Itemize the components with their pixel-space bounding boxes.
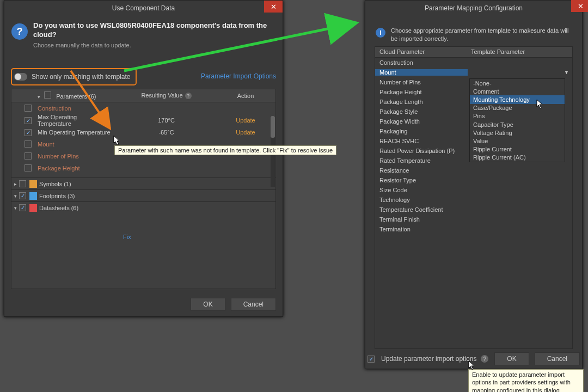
row-checkbox[interactable] xyxy=(24,140,32,148)
parameter-row[interactable]: Construction xyxy=(11,102,275,114)
datasheets-icon xyxy=(29,204,37,212)
parameters-body: Construction Max Operating Temperature 1… xyxy=(11,102,275,174)
collapse-icon[interactable]: ▾ xyxy=(38,94,40,100)
close-button[interactable]: ✕ xyxy=(571,0,588,12)
group-label: Symbols (1) xyxy=(39,181,71,187)
dropdown-item[interactable]: Pins xyxy=(470,112,565,120)
show-matching-toggle[interactable] xyxy=(14,73,27,81)
col-template-parameter[interactable]: Template Parameter xyxy=(468,48,572,55)
cloud-parameter-row[interactable]: Resistor Type xyxy=(375,175,572,185)
cloud-parameter-row[interactable]: Construction xyxy=(375,58,572,68)
update-options-checkbox[interactable] xyxy=(367,356,375,363)
col-resulting-value[interactable]: Resulting Value? xyxy=(112,92,221,99)
cloud-parameter-name: Technology xyxy=(375,197,468,203)
parameter-name: Construction xyxy=(38,105,71,112)
cloud-parameter-row[interactable]: Terminal Finish xyxy=(375,215,572,224)
dropdown-item[interactable]: Mounting Technology xyxy=(470,95,565,103)
group-datasheets[interactable]: ▾ Datasheets (6) xyxy=(11,201,275,213)
dialog-titlebar: Use Component Data ✕ xyxy=(4,1,283,16)
symbols-icon xyxy=(29,180,37,188)
info-icon: i xyxy=(376,28,385,38)
dropdown-item[interactable]: Capacitor Type xyxy=(470,120,565,128)
scrollbar-thumb[interactable] xyxy=(271,116,275,138)
col-parameters[interactable]: ▾ Parameters (6) xyxy=(35,91,112,100)
parameter-value: 170°C xyxy=(112,117,221,124)
cloud-parameter-name: Mount xyxy=(375,69,468,76)
dropdown-item[interactable]: Ripple Current xyxy=(470,145,565,154)
group-checkbox[interactable] xyxy=(44,91,51,99)
group-label: Datasheets (6) xyxy=(39,205,78,211)
info-text: Choose appropriate parameter from templa… xyxy=(391,27,573,43)
cloud-parameter-row[interactable]: Resistance xyxy=(375,166,572,175)
template-parameter-dropdown[interactable]: -None-CommentMounting TechnologyCase/Pac… xyxy=(469,78,565,162)
row-checkbox[interactable] xyxy=(24,105,32,112)
cloud-parameter-name: Packaging xyxy=(375,128,468,134)
cloud-parameter-row[interactable]: Mount xyxy=(375,68,572,77)
use-component-data-dialog: Use Component Data ✕ ? Do you want to us… xyxy=(4,0,283,317)
cancel-button[interactable]: Cancel xyxy=(535,352,580,365)
col-cloud-parameter[interactable]: Cloud Parameter xyxy=(375,48,468,55)
row-checkbox[interactable] xyxy=(24,152,32,160)
update-options-label: Update parameter import options xyxy=(381,355,476,363)
help-icon[interactable]: ? xyxy=(481,355,488,363)
dropdown-item[interactable]: Comment xyxy=(470,87,565,95)
cloud-parameter-name: Number of Pins xyxy=(375,79,468,85)
dropdown-item[interactable]: Value xyxy=(470,137,565,145)
cloud-parameter-name: Package Height xyxy=(375,89,468,95)
group-footprints[interactable]: ▾ Footprints (3) xyxy=(11,189,275,201)
cloud-parameter-name: Termination xyxy=(375,226,468,232)
expand-icon[interactable]: ▸ xyxy=(11,181,19,187)
dropdown-item[interactable]: Ripple Current (AC) xyxy=(470,154,565,162)
show-matching-label: Show only matching with template xyxy=(32,73,130,81)
cloud-parameter-name: Package Length xyxy=(375,99,468,105)
group-checkbox[interactable] xyxy=(19,180,26,187)
dropdown-item[interactable]: -None- xyxy=(470,79,565,87)
update-action[interactable]: Update xyxy=(221,129,270,136)
dialog-subtitle: Choose manually the data to update. xyxy=(33,42,131,48)
dialog-title: Use Component Data xyxy=(112,4,175,12)
col-action[interactable]: Action xyxy=(221,93,270,99)
group-label: Footprints (3) xyxy=(39,193,75,199)
ok-button[interactable]: OK xyxy=(494,352,529,365)
parameter-row[interactable]: Max Operating Temperature 170°C Update xyxy=(11,114,275,126)
help-icon[interactable]: ? xyxy=(185,93,192,99)
cloud-parameter-row[interactable]: Size Code xyxy=(375,185,572,195)
fix-tooltip: Parameter with such name was not found i… xyxy=(114,145,336,155)
parameter-name: Mount xyxy=(38,141,54,148)
parameter-import-options-link[interactable]: Parameter Import Options xyxy=(201,72,276,80)
cloud-parameter-name: Package Width xyxy=(375,118,468,125)
cloud-parameter-row[interactable]: Termination xyxy=(375,224,572,234)
update-options-tooltip: Enable to update parameter import option… xyxy=(468,369,584,392)
show-matching-toggle-wrap: Show only matching with template xyxy=(11,68,137,85)
group-checkbox[interactable] xyxy=(19,192,26,199)
row-checkbox[interactable] xyxy=(24,117,32,124)
cloud-parameter-row[interactable]: Technology xyxy=(375,195,572,205)
collapse-icon[interactable]: ▾ xyxy=(11,205,19,211)
dropdown-item[interactable]: Voltage Rating xyxy=(470,128,565,137)
group-symbols[interactable]: ▸ Symbols (1) xyxy=(11,177,275,189)
question-icon: ? xyxy=(11,23,28,40)
cloud-parameter-name: Resistance xyxy=(375,167,468,174)
col-parameters-label: Parameters (6) xyxy=(56,93,96,100)
cloud-parameter-name: Resistor Type xyxy=(375,177,468,183)
close-button[interactable]: ✕ xyxy=(264,1,283,13)
ok-button[interactable]: OK xyxy=(191,298,225,311)
footprints-icon xyxy=(29,192,37,200)
fix-link[interactable]: Fix xyxy=(123,234,131,240)
collapse-icon[interactable]: ▾ xyxy=(11,193,19,199)
row-checkbox[interactable] xyxy=(24,164,32,171)
parameter-name: Min Operating Temperature xyxy=(38,129,111,136)
cloud-parameter-row[interactable]: Temperature Coefficient xyxy=(375,205,572,215)
parameter-row[interactable]: Min Operating Temperature -65°C Update xyxy=(11,126,275,138)
group-checkbox[interactable] xyxy=(19,204,26,211)
cloud-parameter-name: Terminal Finish xyxy=(375,216,468,223)
cloud-parameter-name: Rated Power Dissipation (P) xyxy=(375,148,468,154)
parameter-name: Max Operating Temperature xyxy=(38,114,77,127)
parameter-row[interactable]: Package Height xyxy=(11,162,275,174)
dialog-titlebar: Parameter Mapping Configuration ✕ xyxy=(365,1,582,16)
update-action[interactable]: Update xyxy=(221,117,270,124)
row-checkbox[interactable] xyxy=(24,129,32,136)
cancel-button[interactable]: Cancel xyxy=(231,298,276,311)
dropdown-indicator-icon[interactable]: ▼ xyxy=(564,70,569,75)
dropdown-item[interactable]: Case/Package xyxy=(470,104,565,112)
